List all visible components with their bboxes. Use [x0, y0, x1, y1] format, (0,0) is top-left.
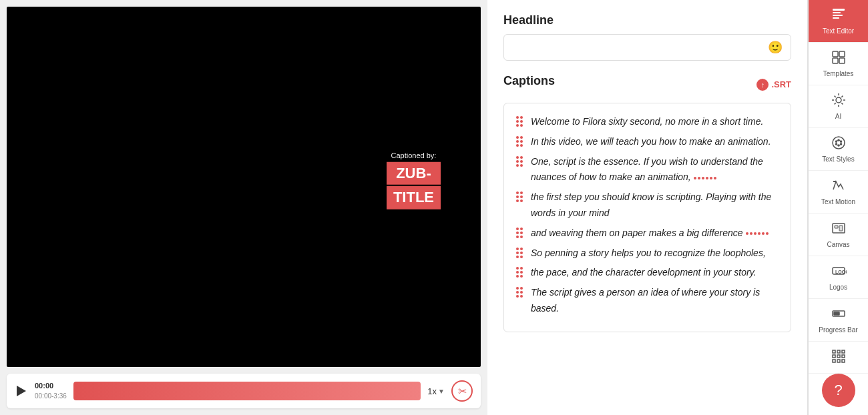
caption-row[interactable]: One, script is the essence. If you wish … [516, 154, 779, 186]
progress-bar-icon [831, 306, 847, 324]
srt-upload-button[interactable]: ↑ .SRT [756, 79, 791, 91]
text-editor-panel: Headline 🙂 Captions ↑ .SRT Welcome to Fi… [487, 0, 808, 415]
speed-value: 1x [427, 386, 437, 396]
svg-rect-0 [833, 9, 845, 11]
sidebar-item-logos[interactable]: LOGO Logos [809, 256, 868, 299]
svg-point-13 [840, 143, 841, 145]
caption-text: One, script is the essence. If you wish … [531, 154, 779, 186]
drag-handle-icon [516, 136, 525, 147]
drag-handle-icon [516, 116, 525, 127]
speed-control[interactable]: 1x ▼ [427, 386, 445, 396]
caption-line1: ZUB- [387, 162, 441, 185]
upgrade-button[interactable]: ? [822, 374, 855, 407]
headline-section-title: Headline [503, 13, 791, 27]
svg-rect-17 [835, 226, 838, 228]
headline-input[interactable] [512, 42, 768, 53]
time-display: 00:00 00:00-3:36 [35, 381, 67, 400]
text-editor-label: Text Editor [823, 27, 854, 35]
caption-row[interactable]: the pace, and the character development … [516, 265, 779, 281]
progress-bar[interactable] [73, 382, 421, 400]
svg-point-12 [835, 143, 837, 145]
srt-label: .SRT [771, 79, 791, 89]
inline-drag-icon [694, 177, 716, 179]
text-editor-icon [831, 7, 847, 25]
headline-input-row[interactable]: 🙂 [503, 34, 791, 61]
svg-rect-26 [833, 355, 835, 358]
more-icon [831, 348, 847, 366]
svg-point-15 [838, 145, 839, 146]
templates-label: Templates [823, 70, 854, 78]
svg-rect-27 [837, 355, 840, 358]
caption-row[interactable]: Welcome to Filora sixty second, no more … [516, 114, 779, 130]
drag-handle-icon [516, 191, 525, 202]
ai-label: AI [835, 113, 841, 121]
drag-handle-icon [516, 267, 525, 278]
sidebar-item-text-motion[interactable]: Text Motion [809, 171, 868, 214]
captioned-by-label: Captioned by: [387, 151, 441, 159]
caption-text: Welcome to Filora sixty second, no more … [531, 114, 779, 130]
caption-row[interactable]: The script gives a person an idea of whe… [516, 285, 779, 317]
srt-upload-icon: ↑ [756, 79, 769, 91]
svg-rect-4 [833, 51, 838, 57]
caption-text: the first step you should know is script… [531, 189, 779, 222]
svg-text:LOGO: LOGO [835, 270, 847, 274]
sidebar-item-canvas[interactable]: Canvas [809, 214, 868, 256]
sidebar-item-text-styles[interactable]: Text Styles [809, 128, 868, 171]
captions-area: Welcome to Filora sixty second, no more … [503, 103, 791, 332]
sidebar-item-text-editor[interactable]: Text Editor [809, 0, 868, 43]
emoji-picker-icon[interactable]: 🙂 [768, 40, 783, 55]
caption-text: The script gives a person an idea of whe… [531, 285, 779, 317]
svg-point-11 [840, 141, 841, 142]
caption-row[interactable]: and weaving them on paper makes a big di… [516, 226, 779, 242]
current-time: 00:00 [35, 381, 67, 391]
text-styles-label: Text Styles [822, 155, 854, 163]
sidebar-item-progress-bar[interactable]: Progress Bar [809, 299, 868, 342]
svg-point-14 [838, 139, 839, 141]
svg-rect-29 [833, 360, 835, 362]
drag-handle-icon [516, 156, 525, 167]
text-motion-label: Text Motion [821, 198, 855, 206]
ai-icon [831, 92, 847, 110]
canvas-icon [831, 220, 847, 238]
right-sidebar: Text Editor Templates AI [808, 0, 868, 415]
svg-rect-22 [834, 312, 839, 315]
upgrade-icon: ? [834, 382, 842, 399]
inline-drag-icon [746, 232, 769, 235]
logos-icon: LOGO [831, 263, 847, 281]
svg-point-8 [836, 97, 841, 103]
play-button[interactable] [15, 384, 28, 398]
sidebar-item-ai[interactable]: AI [809, 85, 868, 128]
speed-chevron-icon: ▼ [438, 388, 445, 395]
total-time: 00:00-3:36 [35, 392, 67, 401]
svg-rect-18 [839, 226, 843, 231]
text-styles-icon [831, 135, 847, 153]
sidebar-item-more[interactable] [809, 342, 868, 374]
caption-text: and weaving them on paper makes a big di… [531, 226, 779, 242]
sidebar-item-templates[interactable]: Templates [809, 43, 868, 85]
logos-label: Logos [829, 284, 847, 292]
play-icon [17, 386, 26, 396]
captions-header: Captions ↑ .SRT [503, 74, 791, 95]
caption-text: the pace, and the character development … [531, 265, 779, 281]
caption-row[interactable]: the first step you should know is script… [516, 189, 779, 222]
scissors-button[interactable]: ✂ [451, 380, 473, 402]
svg-point-10 [835, 141, 837, 142]
timeline-controls: 00:00 00:00-3:36 1x ▼ ✂ [7, 374, 481, 408]
progress-bar-label: Progress Bar [819, 326, 857, 334]
svg-rect-6 [833, 58, 838, 63]
drag-handle-icon [516, 287, 525, 298]
drag-handle-icon [516, 248, 525, 258]
drag-handle-icon [516, 228, 525, 238]
left-panel: Captioned by: ZUB- TITLE 00:00 00:00-3:3… [0, 0, 487, 415]
caption-text: So penning a story helps you to recogniz… [531, 246, 779, 262]
svg-rect-25 [842, 350, 845, 353]
canvas-label: Canvas [827, 241, 850, 249]
svg-rect-31 [842, 360, 845, 362]
svg-point-9 [833, 137, 845, 149]
caption-row[interactable]: In this video, we will teach you how to … [516, 134, 779, 150]
caption-row[interactable]: So penning a story helps you to recogniz… [516, 246, 779, 262]
caption-text: In this video, we will teach you how to … [531, 134, 779, 150]
caption-line2: TITLE [387, 186, 441, 209]
svg-rect-5 [839, 51, 845, 57]
scissors-icon: ✂ [458, 385, 467, 398]
